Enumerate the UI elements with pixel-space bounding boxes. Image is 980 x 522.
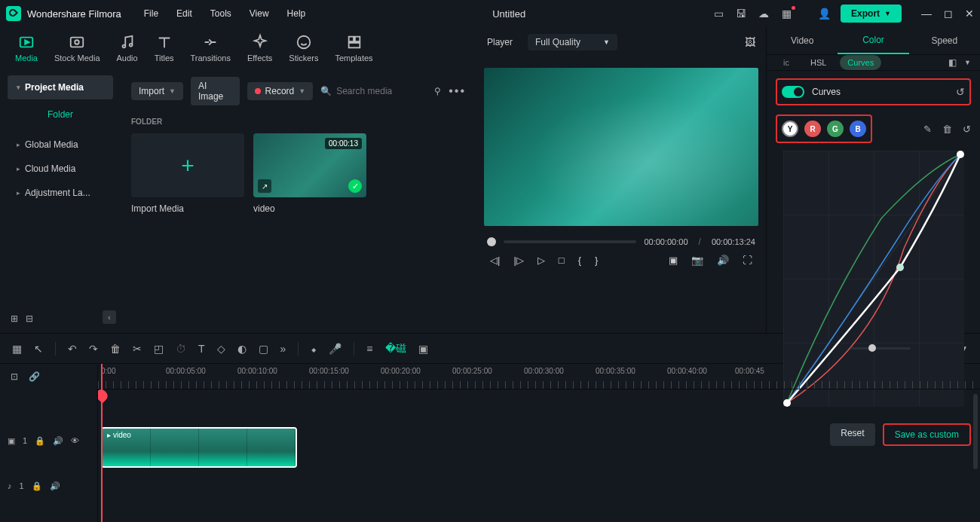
reset-curves-icon[interactable]: ↺: [956, 86, 965, 98]
cloud-icon[interactable]: ☁: [758, 8, 770, 20]
tab-transitions[interactable]: Transitions: [191, 34, 231, 63]
speed-icon[interactable]: ⏱: [176, 343, 186, 355]
cursor-icon[interactable]: ↖: [34, 343, 43, 355]
fullscreen-icon[interactable]: ⛶: [743, 255, 752, 266]
redo-icon[interactable]: ↷: [89, 343, 98, 355]
display-icon[interactable]: ▣: [669, 255, 678, 266]
compare-icon[interactable]: ◧: [948, 57, 957, 68]
tab-titles[interactable]: Titles: [155, 34, 174, 63]
zoom-slider[interactable]: [850, 347, 911, 350]
menu-help[interactable]: Help: [287, 8, 306, 19]
camera-icon[interactable]: 📷: [691, 255, 703, 266]
tab-stickers[interactable]: Stickers: [289, 34, 318, 63]
tab-media[interactable]: Media: [15, 34, 38, 63]
fit-icon[interactable]: ⊡: [11, 371, 18, 382]
record-button[interactable]: Record▼: [247, 82, 314, 100]
delete-icon[interactable]: 🗑: [110, 343, 121, 355]
import-button[interactable]: Import▼: [131, 82, 183, 100]
grid-icon[interactable]: ▦: [12, 343, 22, 355]
timeline-scrollbar[interactable]: [973, 394, 978, 469]
cropetододicon[interactable]: ◰: [154, 343, 164, 355]
thumb-video[interactable]: 00:00:13 ↗ ✓ video: [253, 133, 366, 214]
sidebar-item-global-media[interactable]: ▸Global Media: [8, 133, 113, 157]
sidebar-item-cloud-media[interactable]: ▸Cloud Media: [8, 157, 113, 181]
filter-icon[interactable]: ⚲: [434, 86, 441, 96]
chevron-down-icon[interactable]: ▼: [964, 59, 971, 66]
minimize-button[interactable]: —: [921, 8, 932, 20]
prev-frame-button[interactable]: ◁|: [490, 255, 500, 266]
close-button[interactable]: ✕: [965, 8, 974, 20]
channel-green[interactable]: G: [827, 121, 844, 137]
marker-icon[interactable]: ⬥: [311, 343, 317, 355]
channel-luma[interactable]: Y: [782, 121, 798, 137]
mixer-icon[interactable]: ≡: [366, 343, 372, 355]
thumb-import[interactable]: + Import Media: [131, 133, 244, 214]
snapshot-icon[interactable]: 🖼: [745, 36, 755, 48]
sidebar-item-folder[interactable]: Folder: [8, 102, 113, 127]
account-icon[interactable]: 👤: [818, 8, 830, 20]
channel-red[interactable]: R: [804, 121, 821, 137]
track-area[interactable]: ▸video: [98, 389, 980, 502]
new-folder-icon[interactable]: ⊟: [26, 313, 33, 324]
play-button[interactable]: ▷: [537, 255, 545, 266]
menu-tools[interactable]: Tools: [210, 8, 231, 19]
tab-color[interactable]: Color: [838, 27, 908, 54]
scrub-track[interactable]: [504, 240, 636, 243]
mask-icon[interactable]: ▢: [259, 343, 268, 355]
eyedropper-icon[interactable]: ✎: [923, 124, 932, 135]
lock-icon[interactable]: 🔒: [32, 481, 42, 491]
menu-file[interactable]: File: [144, 8, 158, 19]
scrub-handle[interactable]: [487, 237, 496, 246]
undo-icon[interactable]: ↺: [963, 124, 971, 135]
mark-out-button[interactable]: }: [595, 255, 598, 266]
cut-icon[interactable]: ✂: [133, 343, 142, 355]
tab-stock-media[interactable]: Stock Media: [54, 34, 100, 63]
subtab-hsl[interactable]: HSL: [803, 55, 834, 70]
quality-select[interactable]: Full Quality ▼: [528, 34, 617, 50]
video-track-header[interactable]: ▣ 1 🔒 🔊 👁: [0, 418, 97, 463]
apps-icon[interactable]: ▦: [780, 8, 792, 20]
more-icon[interactable]: »: [280, 343, 286, 355]
timeline-tracks[interactable]: 0:00 00:00:05:00 00:00:10:00 00:00:15:00…: [98, 364, 980, 522]
scrub-bar[interactable]: 00:00:00:00 / 00:00:13:24: [487, 237, 755, 247]
preview-viewport[interactable]: [484, 68, 758, 226]
video-clip[interactable]: ▸video: [101, 427, 297, 468]
playhead[interactable]: [101, 364, 103, 522]
search-input[interactable]: [336, 86, 427, 96]
subtab-ic[interactable]: ic: [776, 55, 797, 70]
new-bin-icon[interactable]: ⊞: [11, 313, 18, 324]
sidebar-item-adjustment-layer[interactable]: ▸Adjustment La...: [8, 181, 113, 205]
render-icon[interactable]: ▣: [418, 343, 428, 355]
tab-effects[interactable]: Effects: [247, 34, 272, 63]
magnet-icon[interactable]: �磁: [385, 342, 406, 356]
tab-speed[interactable]: Speed: [909, 28, 980, 53]
undo-icon[interactable]: ↶: [68, 343, 77, 355]
export-button[interactable]: Export ▼: [841, 5, 902, 23]
save-icon[interactable]: 🖫: [735, 8, 747, 20]
maximize-button[interactable]: ◻: [944, 8, 953, 20]
mic-icon[interactable]: 🎤: [329, 343, 341, 355]
delete-icon[interactable]: 🗑: [942, 124, 952, 135]
color-icon[interactable]: ◐: [237, 343, 247, 355]
screen-icon[interactable]: ▭: [712, 8, 724, 20]
menu-view[interactable]: View: [250, 8, 269, 19]
keyframe-icon[interactable]: ◇: [217, 343, 225, 355]
more-menu-button[interactable]: •••: [449, 84, 466, 98]
ai-image-button[interactable]: AI Image: [191, 77, 240, 105]
collapse-sidebar-button[interactable]: ‹: [103, 310, 116, 324]
link-icon[interactable]: 🔗: [29, 371, 40, 382]
mark-in-button[interactable]: {: [578, 255, 581, 266]
volume-icon[interactable]: 🔊: [717, 255, 729, 266]
tab-video[interactable]: Video: [767, 28, 838, 53]
mute-icon[interactable]: 🔊: [53, 436, 63, 446]
lock-icon[interactable]: 🔒: [35, 436, 45, 446]
subtab-curves[interactable]: Curves: [840, 55, 881, 70]
audio-track-header[interactable]: ♪ 1 🔒 🔊: [0, 463, 97, 508]
sidebar-item-project-media[interactable]: ▾Project Media: [8, 75, 113, 99]
stop-button[interactable]: □: [559, 255, 565, 266]
menu-edit[interactable]: Edit: [176, 8, 192, 19]
step-back-button[interactable]: |▷: [513, 255, 523, 266]
text-icon[interactable]: T: [198, 343, 205, 355]
eye-icon[interactable]: 👁: [71, 436, 79, 445]
tab-templates[interactable]: Templates: [335, 34, 372, 63]
